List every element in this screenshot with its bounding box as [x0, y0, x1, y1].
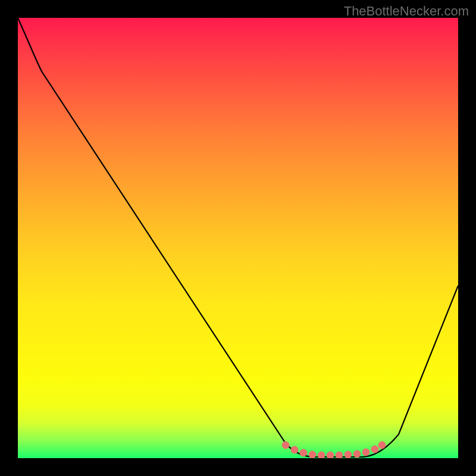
svg-point-6 [336, 452, 343, 458]
svg-point-3 [309, 451, 316, 458]
svg-point-7 [345, 451, 352, 458]
svg-point-0 [282, 441, 289, 449]
svg-point-2 [300, 449, 307, 456]
watermark-text: TheBottleNecker.com [344, 4, 469, 19]
svg-point-4 [318, 452, 325, 458]
svg-point-11 [378, 441, 386, 449]
svg-point-1 [291, 446, 298, 453]
svg-point-8 [353, 450, 361, 458]
svg-point-9 [362, 449, 369, 456]
plot-area [18, 18, 458, 458]
bottleneck-curve-line [18, 18, 458, 457]
svg-point-10 [371, 446, 378, 453]
chart-svg [18, 18, 458, 458]
svg-point-5 [327, 452, 334, 458]
